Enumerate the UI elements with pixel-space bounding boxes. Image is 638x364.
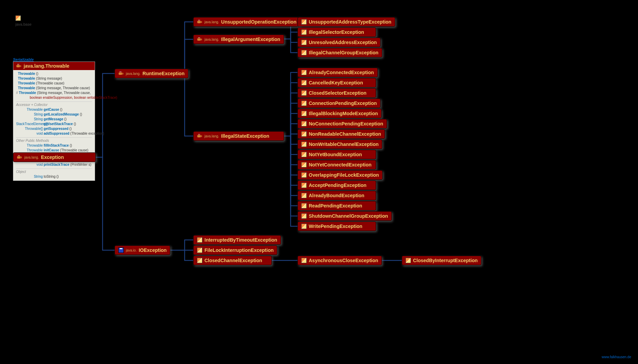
- node-shutgrp[interactable]: ShutdownChannelGroupException: [297, 211, 392, 221]
- nio-icon: [301, 183, 307, 188]
- node-alreadyconn[interactable]: AlreadyConnectedException: [297, 68, 378, 77]
- nio-icon: [301, 258, 307, 263]
- nio-icon: [301, 111, 307, 116]
- nio-icon: [15, 15, 21, 21]
- node-label: NonReadableChannelException: [309, 131, 381, 137]
- node-filelockint[interactable]: FileLockInterruptionException: [193, 245, 277, 255]
- nio-icon: [301, 172, 307, 178]
- node-label: IllegalStateException: [221, 133, 269, 139]
- node-illstate[interactable]: java.lang.IllegalStateException: [193, 131, 284, 141]
- node-illarg[interactable]: java.lang.IllegalArgumentException: [193, 35, 284, 44]
- nio-icon: [301, 131, 307, 137]
- node-label: ConnectionPendingException: [309, 100, 377, 106]
- cup-icon: [16, 63, 22, 69]
- node-label: UnsupportedAddressTypeException: [309, 19, 391, 25]
- node-nonread[interactable]: NonReadableChannelException: [297, 129, 385, 139]
- node-illchgrp[interactable]: IllegalChannelGroupException: [297, 48, 382, 57]
- node-canckey[interactable]: CancelledKeyException: [297, 78, 376, 87]
- node-label: IllegalChannelGroupException: [309, 50, 378, 55]
- node-unresaddr[interactable]: UnresolvedAddressException: [297, 38, 381, 47]
- throwable-name: Throwable: [45, 63, 69, 69]
- node-pkg: java.lang.: [204, 134, 219, 138]
- nio-icon: [301, 80, 307, 85]
- node-inttimeout[interactable]: InterruptedByTimeoutException: [193, 235, 281, 245]
- node-noconnpend[interactable]: NoConnectionPendingException: [297, 119, 387, 129]
- node-label: NotYetBoundException: [309, 152, 362, 157]
- node-pkg: java.lang.: [204, 38, 219, 41]
- node-exception[interactable]: java.lang.Exception: [13, 152, 96, 162]
- node-label: IllegalSelectorException: [309, 29, 364, 35]
- cup-icon: [17, 154, 22, 160]
- nio-icon: [301, 213, 307, 219]
- nio-icon: [301, 152, 307, 157]
- node-illsel[interactable]: IllegalSelectorException: [297, 27, 376, 37]
- node-label: NonWritableChannelException: [309, 141, 378, 147]
- node-pkg: java.lang.: [24, 156, 39, 159]
- cup-icon: [197, 19, 202, 25]
- node-label: IllegalBlockingModeException: [309, 111, 378, 116]
- footer-link[interactable]: www.falkhausen.de: [602, 355, 631, 359]
- svg-rect-2: [119, 72, 122, 75]
- nio-icon: [301, 141, 307, 147]
- nio-icon: [301, 50, 307, 55]
- node-pkg: java.io.: [126, 248, 137, 252]
- node-overlap[interactable]: OverlappingFileLockException: [297, 170, 383, 180]
- node-nonwrite[interactable]: NonWritableChannelException: [297, 139, 382, 149]
- nio-icon: [301, 29, 307, 35]
- svg-rect-3: [197, 21, 201, 23]
- node-label: InterruptedByTimeoutException: [204, 237, 277, 243]
- node-label: AlreadyConnectedException: [309, 70, 374, 75]
- svg-rect-5: [197, 135, 201, 137]
- svg-rect-0: [16, 65, 20, 67]
- node-label: WritePendingException: [309, 224, 362, 229]
- nio-icon: [301, 162, 307, 167]
- nio-icon: [406, 258, 411, 263]
- node-acceptpend[interactable]: AcceptPendingException: [297, 180, 376, 190]
- serializable-label[interactable]: Serializable: [13, 57, 34, 62]
- node-label: ClosedSelectorException: [309, 90, 367, 96]
- node-label: IOException: [139, 247, 167, 253]
- node-label: OverlappingFileLockException: [309, 172, 379, 178]
- node-alreadybound[interactable]: AlreadyBoundException: [297, 191, 376, 200]
- nio-icon: [301, 70, 307, 75]
- node-label: UnsupportedOperationException: [221, 19, 296, 25]
- cup-icon: [118, 71, 124, 76]
- node-unsupop[interactable]: java.lang.UnsupportedOperationException: [193, 17, 300, 27]
- node-unsupaddr[interactable]: UnsupportedAddressTypeException: [297, 17, 395, 27]
- node-notconn[interactable]: NotYetConnectedException: [297, 160, 376, 170]
- node-closedch[interactable]: ClosedChannelException: [193, 256, 272, 265]
- node-label: UnresolvedAddressException: [309, 40, 377, 45]
- node-label: CancelledKeyException: [309, 80, 363, 85]
- node-notbound[interactable]: NotYetBoundException: [297, 150, 376, 159]
- node-closedsel[interactable]: ClosedSelectorException: [297, 88, 376, 98]
- node-illblock[interactable]: IllegalBlockingModeException: [297, 109, 382, 118]
- node-writepend[interactable]: WritePendingException: [297, 221, 376, 231]
- node-runtimeex[interactable]: java.lang.RuntimeException: [115, 69, 188, 78]
- node-label: ReadPendingException: [309, 203, 362, 208]
- nio-icon: [301, 19, 307, 25]
- node-label: ClosedChannelException: [204, 258, 262, 263]
- node-pkg: java.lang.: [204, 20, 219, 24]
- node-label: AcceptPendingException: [309, 183, 367, 188]
- node-label: AlreadyBoundException: [309, 193, 364, 198]
- node-connpend[interactable]: ConnectionPendingException: [297, 98, 381, 108]
- node-closedint[interactable]: ClosedByInterruptException: [402, 256, 481, 265]
- nio-icon: [301, 121, 307, 126]
- throwable-detail-box: java.lang.Throwable Throwable () Throwab…: [13, 62, 95, 181]
- node-ioex[interactable]: java.io.IOException: [115, 245, 170, 255]
- node-label: AsynchronousCloseException: [309, 258, 378, 263]
- package-title-text: java.nio.channels: [23, 14, 85, 23]
- node-label: NoConnectionPendingException: [309, 121, 383, 126]
- nio-icon: [301, 193, 307, 198]
- node-label: FileLockInterruptionException: [204, 247, 274, 253]
- package-subtitle: java.base: [15, 22, 31, 26]
- nio-icon: [197, 247, 202, 253]
- node-readpend[interactable]: ReadPendingException: [297, 201, 376, 211]
- node-label: Exception: [41, 154, 64, 160]
- nio-icon: [301, 100, 307, 106]
- node-asyncclose[interactable]: AsynchronousCloseException: [297, 256, 382, 265]
- cup-icon: [197, 37, 202, 42]
- disk-icon: [118, 247, 124, 253]
- nio-icon: [197, 237, 202, 243]
- svg-rect-4: [197, 38, 201, 41]
